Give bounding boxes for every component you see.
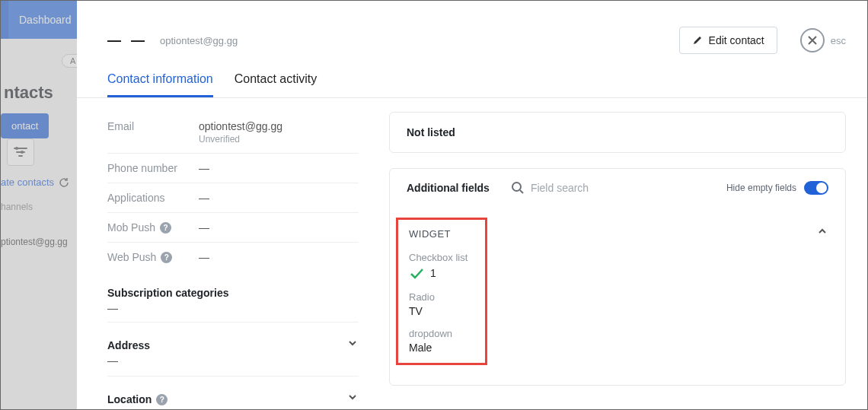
edit-contact-button[interactable]: Edit contact — [679, 27, 777, 54]
subscription-categories-value: — — [107, 302, 359, 314]
search-icon — [511, 181, 525, 195]
contact-modal: — — optiontest@gg.gg Edit contact esc Co… — [77, 1, 867, 409]
contact-email-header: optiontest@gg.gg — [160, 35, 238, 46]
contact-name: — — — [107, 33, 148, 49]
subscription-categories-heading: Subscription categories — [107, 287, 359, 299]
esc-label: esc — [831, 35, 846, 46]
tab-contact-information[interactable]: Contact information — [107, 72, 213, 97]
help-icon[interactable]: ? — [160, 222, 171, 234]
checkbox-list-label: Checkbox list — [409, 252, 474, 263]
email-label: Email — [107, 120, 199, 132]
widget-group-title: WIDGET — [409, 228, 451, 240]
dropdown-value: Male — [409, 342, 474, 354]
email-status: Unverified — [199, 134, 359, 145]
email-value: optiontest@gg.gg — [199, 120, 359, 132]
additional-fields-title: Additional fields — [407, 182, 490, 194]
chevron-down-icon[interactable] — [346, 337, 359, 349]
phone-value: — — [199, 162, 359, 174]
hide-empty-label: Hide empty fields — [726, 183, 796, 193]
additional-fields-card: Additional fields Hide empty fields — [389, 168, 846, 386]
phone-label: Phone number — [107, 162, 199, 174]
webpush-label: Web Push ? — [107, 251, 199, 263]
radio-label: Radio — [409, 291, 474, 303]
mobpush-value: — — [199, 221, 359, 234]
close-button[interactable] — [800, 28, 825, 52]
location-value: — — [107, 408, 359, 409]
checkbox-list-value: 1 — [430, 267, 436, 279]
help-icon[interactable]: ? — [161, 252, 172, 263]
chevron-up-icon[interactable] — [816, 225, 828, 237]
close-icon — [807, 35, 818, 46]
modal-header: — — optiontest@gg.gg Edit contact esc — [77, 1, 867, 54]
dropdown-label: dropdown — [409, 328, 474, 339]
contact-info-column: Email optiontest@gg.gg Unverified Phone … — [107, 112, 359, 388]
chevron-down-icon[interactable] — [346, 391, 359, 403]
help-icon[interactable]: ? — [156, 394, 168, 405]
location-heading: Location ? — [107, 393, 168, 405]
widget-highlight-box: WIDGET Checkbox list 1 — [396, 218, 487, 365]
webpush-value: — — [199, 251, 359, 263]
tabs: Contact information Contact activity — [77, 54, 867, 98]
applications-value: — — [199, 192, 359, 204]
radio-value: TV — [409, 305, 474, 317]
field-search-input[interactable] — [531, 182, 714, 194]
not-listed-card: Not listed — [389, 112, 846, 153]
check-icon — [409, 265, 424, 281]
hide-empty-toggle[interactable] — [804, 181, 828, 195]
tab-contact-activity[interactable]: Contact activity — [235, 72, 317, 97]
address-value: — — [107, 354, 359, 367]
pencil-icon — [692, 35, 703, 46]
svg-point-2 — [512, 183, 521, 191]
mobpush-label: Mob Push ? — [107, 221, 199, 234]
applications-label: Applications — [107, 192, 199, 204]
address-heading: Address — [107, 339, 150, 351]
